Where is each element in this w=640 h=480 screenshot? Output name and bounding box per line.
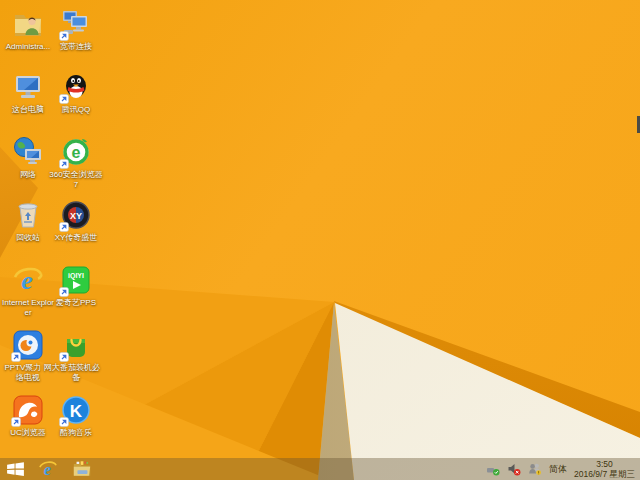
desktop[interactable]: Administra... 这台电脑	[0, 0, 640, 480]
shortcut-arrow-icon	[11, 417, 21, 427]
this-pc-icon	[12, 71, 44, 103]
taskbar-clock[interactable]: 3:50 2016/9/7 星期三	[574, 459, 638, 479]
desktop-icon-label: 回收站	[1, 233, 55, 243]
shortcut-arrow-icon	[59, 222, 69, 232]
kugou-music-icon: K	[60, 394, 92, 426]
shortcut-arrow-icon	[59, 417, 69, 427]
shortcut-arrow-icon	[59, 94, 69, 104]
desktop-icon-broadband[interactable]: 宽带连接	[48, 8, 104, 52]
desktop-icon-big-tomato[interactable]: 大番茄装机必备	[48, 329, 104, 383]
desktop-icon-kugou[interactable]: K 酷狗音乐	[48, 394, 104, 438]
svg-text:iQIYI: iQIYI	[68, 272, 84, 280]
tencent-qq-icon	[60, 71, 92, 103]
volume-muted-icon[interactable]	[507, 462, 521, 476]
usb-safely-remove-icon[interactable]	[486, 462, 500, 476]
pptv-icon	[12, 329, 44, 361]
users-warning-icon[interactable]	[528, 462, 542, 476]
desktop-icon-360-browser[interactable]: e 360安全浏览器7	[48, 136, 104, 190]
desktop-icon-label: 酷狗音乐	[49, 428, 103, 438]
taskbar-explorer-button[interactable]	[65, 458, 99, 480]
system-tray: 简体 3:50 2016/9/7 星期三	[486, 458, 638, 480]
network-icon	[12, 136, 44, 168]
desktop-icon-label: Internet Explorer	[1, 298, 55, 318]
file-explorer-icon	[72, 460, 92, 478]
clock-date: 2016/9/7 星期三	[574, 469, 635, 479]
svg-text:e: e	[72, 144, 81, 161]
desktop-icon-label: 这台电脑	[1, 105, 55, 115]
administrator-folder-icon	[12, 8, 44, 40]
desktop-icon-label: 360安全浏览器7	[49, 170, 103, 190]
svg-text:K: K	[70, 402, 83, 421]
start-button[interactable]	[0, 458, 31, 480]
broadband-connection-icon	[60, 8, 92, 40]
shortcut-arrow-icon	[59, 287, 69, 297]
taskbar: e	[0, 458, 640, 480]
desktop-icon-label: UC浏览器	[1, 428, 55, 438]
desktop-icon-label: Administra...	[1, 42, 55, 52]
desktop-icon-label: 腾讯QQ	[49, 105, 103, 115]
xy-game-icon: XY	[60, 199, 92, 231]
svg-text:XY: XY	[70, 211, 82, 221]
taskbar-ie-button[interactable]: e	[31, 458, 65, 480]
desktop-icon-label: PPTV聚力 网络电视	[1, 363, 55, 383]
recycle-bin-icon	[12, 199, 44, 231]
desktop-icon-label: 大番茄装机必备	[49, 363, 103, 383]
input-method-indicator[interactable]: 简体	[549, 463, 567, 476]
internet-explorer-icon: e	[12, 264, 44, 296]
shortcut-arrow-icon	[59, 159, 69, 169]
windows-logo-icon	[7, 462, 24, 476]
shortcut-arrow-icon	[59, 31, 69, 41]
clock-time: 3:50	[596, 459, 613, 469]
desktop-icon-label: 宽带连接	[49, 42, 103, 52]
uc-browser-icon	[12, 394, 44, 426]
desktop-icon-xy-game[interactable]: XY XY传奇盛世	[48, 199, 104, 243]
desktop-icon-qq[interactable]: 腾讯QQ	[48, 71, 104, 115]
big-tomato-icon	[60, 329, 92, 361]
iqiyi-pps-icon: iQIYI	[60, 264, 92, 296]
360-browser-icon: e	[60, 136, 92, 168]
desktop-icon-iqiyi[interactable]: iQIYI 爱奇艺PPS	[48, 264, 104, 308]
desktop-icon-label: 爱奇艺PPS	[49, 298, 103, 308]
desktop-icon-label: 网络	[1, 170, 55, 180]
ie-icon: e	[38, 459, 58, 479]
shortcut-arrow-icon	[59, 352, 69, 362]
shortcut-arrow-icon	[11, 352, 21, 362]
desktop-icon-label: XY传奇盛世	[49, 233, 103, 243]
